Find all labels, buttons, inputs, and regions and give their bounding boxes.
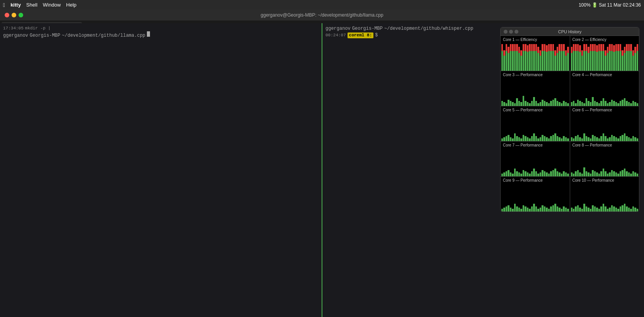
cpu-bar-column <box>586 79 587 106</box>
cpu-bar-green <box>531 171 533 176</box>
cpu-bar-column <box>628 44 630 71</box>
close-button[interactable] <box>5 13 9 17</box>
cpu-bar-column <box>605 184 606 211</box>
cpu-bar-red <box>512 44 513 51</box>
cpu-bar-column <box>501 114 503 141</box>
cpu-bar-column <box>581 44 583 71</box>
cpu-bar-green <box>565 102 567 106</box>
cpu-bar-red <box>503 50 505 56</box>
cpu-bar-green <box>575 103 576 106</box>
cpu-bar-green <box>611 170 613 176</box>
cpu-bar-green <box>607 53 608 71</box>
pane-left[interactable]: 17:34:05 mkdir -p | ggerganov Georgis-MB… <box>0 23 322 317</box>
cpu-bar-red <box>583 44 585 51</box>
cpu-bar-column <box>559 184 560 211</box>
prompt-line-main: ggerganov Georgis-MBP ~/development/gith… <box>3 31 319 39</box>
cpu-bar-green <box>501 209 503 211</box>
cpu-bar-column <box>577 149 579 176</box>
cpu-core-label-8: Core 8 — Performance <box>572 143 637 147</box>
cpu-bar-red <box>598 44 600 51</box>
cpu-bar-green <box>531 101 533 106</box>
cpu-bar-green <box>563 206 564 211</box>
cpu-bar-column <box>565 79 567 106</box>
menu-shell[interactable]: Shell <box>26 2 37 8</box>
minimize-button[interactable] <box>12 13 16 17</box>
cpu-bar-red <box>637 44 638 51</box>
cpu-bar-green <box>552 135 554 141</box>
cpu-chart-5 <box>501 114 570 141</box>
cpu-bar-column <box>622 79 623 106</box>
cpu-bar-green <box>637 138 638 141</box>
cpu-bar-column <box>554 184 556 211</box>
cpu-bar-green <box>590 102 591 106</box>
cpu-bar-column <box>581 79 583 106</box>
cpu-bar-green <box>590 51 591 71</box>
cpu-bar-green <box>620 206 621 211</box>
cpu-bar-red <box>544 44 545 51</box>
cpu-bar-green <box>632 136 634 141</box>
cpu-bar-column <box>628 149 630 176</box>
cpu-bar-column <box>520 184 522 211</box>
cpu-bar-red <box>557 47 558 53</box>
cpu-bar-red <box>561 44 562 51</box>
cpu-bar-red <box>520 50 522 56</box>
cpu-bar-red <box>533 44 535 51</box>
cpu-bar-green <box>533 204 535 211</box>
cpu-bar-green <box>516 206 518 211</box>
cpu-chart-3 <box>501 79 570 106</box>
cpu-bar-column <box>527 114 528 141</box>
cpu-panel-header: CPU History <box>501 27 639 36</box>
cpu-bar-green <box>523 51 524 71</box>
cpu-chart-2 <box>570 44 639 71</box>
cpu-bar-green <box>605 171 606 176</box>
cpu-bar-green <box>588 137 589 141</box>
cpu-bar-green <box>550 136 552 141</box>
menu-window[interactable]: Window <box>43 2 61 8</box>
cpu-bar-green <box>624 133 625 141</box>
cpu-bar-green <box>609 51 610 71</box>
cpu-bar-green <box>598 138 600 141</box>
cpu-bar-green <box>615 208 617 211</box>
cpu-bar-green <box>501 138 503 141</box>
cpu-bar-green <box>554 56 556 71</box>
cpu-bar-column <box>622 184 623 211</box>
cpu-bar-green <box>613 101 615 106</box>
cpu-bar-column <box>563 44 564 71</box>
cpu-bar-column <box>603 184 604 211</box>
cpu-bar-green <box>535 206 537 211</box>
cpu-bar-column <box>518 114 520 141</box>
maximize-button[interactable] <box>19 13 23 17</box>
traffic-lights[interactable] <box>5 13 23 17</box>
cpu-bar-green <box>586 171 587 176</box>
menu-help[interactable]: Help <box>66 2 77 8</box>
cpu-bar-green <box>613 206 615 211</box>
cpu-bar-green <box>559 208 560 211</box>
cpu-bar-column <box>533 149 535 176</box>
cpu-bar-green <box>516 51 518 71</box>
app-menu-kitty[interactable]: kitty <box>10 2 21 8</box>
cpu-bar-column <box>544 79 545 106</box>
cpu-bar-green <box>590 138 591 141</box>
cpu-bar-green <box>596 52 598 71</box>
cpu-bar-column <box>634 44 636 71</box>
cpu-bar-red <box>611 44 613 51</box>
cpu-bar-green <box>620 136 621 141</box>
cpu-bar-column <box>571 79 572 106</box>
cpu-bar-column <box>527 149 528 176</box>
apple-menu[interactable]:  <box>3 2 5 8</box>
cpu-bar-green <box>617 103 619 106</box>
cpu-bar-green <box>537 138 539 141</box>
cpu-bar-column <box>622 149 623 176</box>
cpu-bar-green <box>607 103 608 106</box>
cpu-bar-green <box>586 51 587 71</box>
cpu-bar-green <box>512 51 513 71</box>
cpu-bar-red <box>563 44 564 51</box>
cpu-bar-green <box>514 103 516 106</box>
cpu-bar-column <box>510 184 511 211</box>
cpu-bar-column <box>620 184 621 211</box>
cpu-bar-column <box>525 149 526 176</box>
cpu-bar-column <box>544 149 545 176</box>
cpu-bar-green <box>548 138 550 141</box>
cpu-bar-green <box>592 51 593 71</box>
cpu-bar-green <box>586 206 587 211</box>
